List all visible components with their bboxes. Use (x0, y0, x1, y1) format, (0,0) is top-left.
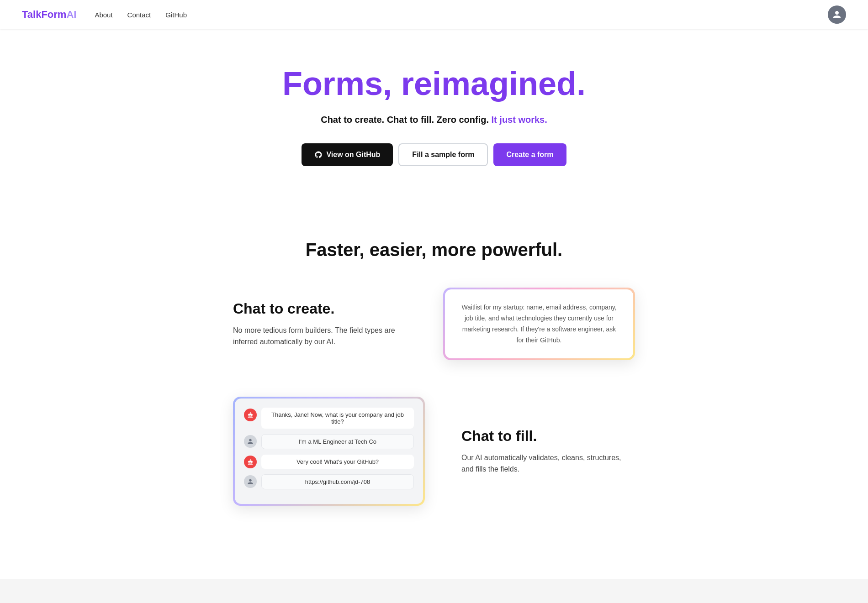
feature-fill-title: Chat to fill. (461, 428, 635, 445)
view-github-button[interactable]: View on GitHub (302, 143, 393, 166)
chat-bubble-user-2: https://github.com/jd-708 (261, 474, 414, 489)
chat-text-bot-1: Thanks, Jane! Now, what is your company … (271, 411, 404, 425)
create-form-button[interactable]: Create a form (493, 143, 566, 166)
bot-avatar-2 (244, 456, 257, 468)
features-section: Faster, easier, more powerful. Chat to c… (0, 212, 868, 579)
github-button-label: View on GitHub (326, 151, 380, 159)
chat-text-user-1: I'm a ML Engineer at Tech Co (299, 438, 376, 445)
chat-message-4: https://github.com/jd-708 (244, 474, 414, 489)
bot-icon-1 (247, 412, 254, 418)
chat-message-2: I'm a ML Engineer at Tech Co (244, 434, 414, 449)
hero-section: Forms, reimagined. Chat to create. Chat … (0, 29, 868, 194)
logo-talkform: TalkForm (22, 9, 66, 21)
nav-logo[interactable]: TalkForm AI (22, 9, 76, 21)
chat-text-user-2: https://github.com/jd-708 (305, 478, 370, 485)
user-icon-1 (247, 438, 254, 445)
chat-message-1: Thanks, Jane! Now, what is your company … (244, 408, 414, 429)
feature-fill-visual: Thanks, Jane! Now, what is your company … (233, 397, 425, 506)
divider-section (0, 194, 868, 212)
hero-buttons: View on GitHub Fill a sample form Create… (11, 143, 857, 166)
fill-card: Thanks, Jane! Now, what is your company … (233, 397, 425, 506)
fill-card-inner: Thanks, Jane! Now, what is your company … (235, 399, 423, 504)
create-card-inner: Waitlist for my startup: name, email add… (445, 289, 633, 358)
chat-bubble-user-1: I'm a ML Engineer at Tech Co (261, 434, 414, 449)
create-card: Waitlist for my startup: name, email add… (443, 288, 635, 360)
hero-subtitle: Chat to create. Chat to fill. Zero confi… (11, 115, 857, 125)
user-avatar-1 (244, 435, 257, 448)
feature-fill-text: Chat to fill. Our AI automatically valid… (461, 428, 635, 475)
hero-title: Forms, reimagined. (11, 66, 857, 102)
hero-subtitle-static: Chat to create. Chat to fill. Zero confi… (321, 115, 489, 125)
feature-row-create: Chat to create. No more tedious form bui… (183, 288, 685, 360)
feature-create-description: No more tedious form builders. The field… (233, 325, 407, 348)
nav-link-github[interactable]: GitHub (165, 11, 187, 19)
user-profile-button[interactable] (828, 5, 846, 24)
user-avatar-2 (244, 475, 257, 488)
nav-link-about[interactable]: About (95, 11, 112, 19)
fill-sample-form-button[interactable]: Fill a sample form (398, 143, 488, 166)
chat-bubble-bot-2: Very cool! What's your GitHub? (261, 455, 414, 469)
feature-create-visual: Waitlist for my startup: name, email add… (443, 288, 635, 360)
nav-links: About Contact GitHub (95, 11, 828, 19)
bot-icon-2 (247, 459, 254, 465)
feature-create-title: Chat to create. (233, 300, 407, 317)
github-icon (314, 151, 323, 159)
navbar: TalkForm AI About Contact GitHub (0, 0, 868, 29)
feature-row-fill: Chat to fill. Our AI automatically valid… (183, 397, 685, 506)
chat-text-bot-2: Very cool! What's your GitHub? (296, 458, 379, 465)
hero-subtitle-highlight: It just works. (489, 115, 547, 125)
create-card-text: Waitlist for my startup: name, email add… (458, 302, 620, 346)
chat-message-3: Very cool! What's your GitHub? (244, 455, 414, 469)
feature-fill-description: Our AI automatically validates, cleans, … (461, 452, 635, 475)
features-title: Faster, easier, more powerful. (11, 240, 857, 260)
user-icon (832, 10, 842, 19)
user-icon-2 (247, 478, 254, 485)
chat-bubble-bot-1: Thanks, Jane! Now, what is your company … (261, 408, 414, 429)
fill-button-label: Fill a sample form (412, 151, 474, 158)
nav-link-contact[interactable]: Contact (127, 11, 151, 19)
feature-create-text: Chat to create. No more tedious form bui… (233, 300, 407, 348)
bot-avatar-1 (244, 409, 257, 421)
create-button-label: Create a form (506, 151, 553, 158)
logo-ai: AI (66, 9, 76, 21)
